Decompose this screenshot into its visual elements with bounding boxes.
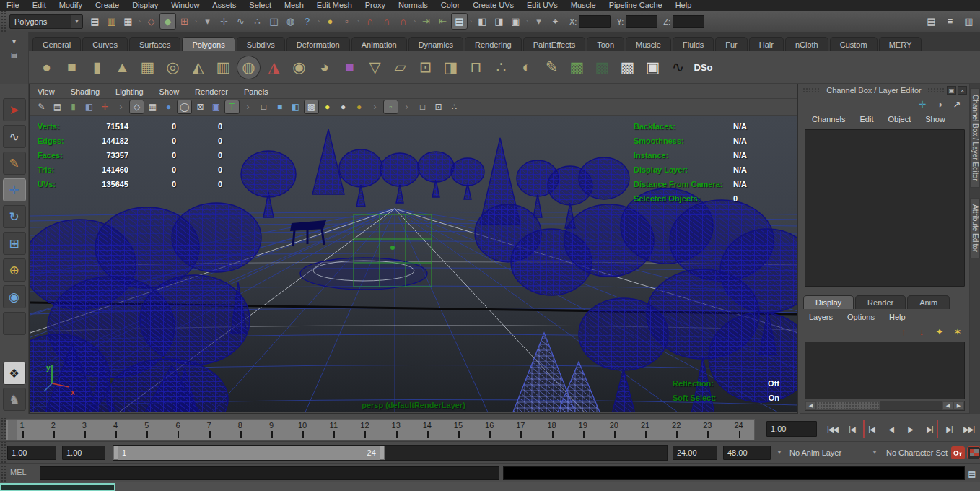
render-image-icon[interactable]: ▣ bbox=[641, 56, 665, 79]
shelf-tab[interactable]: General bbox=[32, 37, 81, 51]
timeline-frame[interactable]: 6 bbox=[162, 420, 193, 440]
menu-item[interactable]: Select bbox=[242, 0, 278, 11]
grease-pencil-icon[interactable]: ✎ bbox=[34, 100, 49, 114]
float-window-icon[interactable]: ▣ bbox=[947, 86, 956, 95]
timeline-frame[interactable]: 7 bbox=[193, 420, 224, 440]
timeline-frame[interactable]: 18 bbox=[536, 420, 567, 440]
select-component-icon[interactable]: ⊞ bbox=[176, 13, 193, 30]
scrollbar-track[interactable] bbox=[880, 401, 942, 410]
play-backwards-button[interactable]: ◀ bbox=[883, 420, 899, 438]
poly-cylinder-icon[interactable]: ▮ bbox=[85, 56, 109, 79]
separator-icon[interactable]: › bbox=[399, 100, 414, 114]
textured-icon[interactable]: ▣ bbox=[209, 100, 224, 114]
snap-together-magnet-icon[interactable]: ∩ bbox=[362, 13, 378, 30]
poly-bevel-icon[interactable]: ◨ bbox=[439, 56, 463, 79]
hud-toggle-icon[interactable]: T bbox=[224, 100, 240, 114]
shelf-tab[interactable]: Custom bbox=[830, 37, 878, 51]
layer-editor-tab[interactable]: Render bbox=[855, 295, 906, 309]
toggle-attribute-editor-icon[interactable]: ▤ bbox=[923, 13, 940, 30]
timeline-frame[interactable]: 1 bbox=[6, 420, 38, 440]
menu-item[interactable]: Pipeline Cache bbox=[603, 0, 669, 11]
timeline-frame[interactable]: 17 bbox=[505, 420, 536, 440]
new-empty-layer-icon[interactable]: ✦ bbox=[932, 325, 947, 339]
timeline-frame[interactable]: 3 bbox=[69, 420, 100, 440]
animation-end-field[interactable]: 48.00 bbox=[723, 446, 771, 460]
step-back-key-button[interactable]: |◀ bbox=[863, 420, 880, 438]
vertex-color-paint-icon[interactable]: ▩ bbox=[565, 56, 589, 79]
single-pane-icon[interactable]: □ bbox=[415, 100, 430, 114]
shaded-cube-icon[interactable]: ■ bbox=[272, 100, 287, 114]
shelf-tab[interactable]: Curves bbox=[82, 37, 128, 51]
timeline-frame[interactable]: 14 bbox=[411, 420, 442, 440]
flat-light-icon[interactable]: ● bbox=[336, 100, 351, 114]
paint-select-tool[interactable]: ✎ bbox=[3, 152, 26, 175]
highlight-ball-icon[interactable]: ◯ bbox=[177, 100, 192, 114]
ipr-render-icon[interactable]: ◨ bbox=[491, 13, 507, 30]
drag-grip[interactable] bbox=[0, 464, 6, 482]
transform-menu-icon[interactable]: ▾ bbox=[530, 13, 547, 30]
outputs-from-selected-icon[interactable]: ⇤ bbox=[434, 13, 451, 30]
viewport-canvas[interactable]: Verts: 71514 0 0 Edges: 144182 0 0 Faces… bbox=[30, 116, 797, 412]
titlebar-grip[interactable] bbox=[927, 87, 945, 93]
menu-item[interactable]: Display bbox=[126, 0, 165, 11]
range-slider-track[interactable]: 1 24 bbox=[113, 445, 668, 461]
soft-modification-tool[interactable]: ◉ bbox=[3, 285, 26, 308]
shelf-menu-chevron-icon[interactable]: ▾ bbox=[8, 35, 21, 47]
subdiv-proxy-icon[interactable]: ■ bbox=[338, 56, 362, 79]
poly-plane-icon[interactable]: ▦ bbox=[136, 56, 159, 79]
default-light-icon[interactable]: ● bbox=[320, 100, 335, 114]
save-scene-icon[interactable]: ▦ bbox=[120, 13, 136, 30]
set-key-icon[interactable] bbox=[951, 446, 965, 459]
select-object-icon[interactable]: ◆ bbox=[159, 13, 176, 30]
shelf-tab[interactable]: nCloth bbox=[785, 37, 828, 51]
separator-icon[interactable]: › bbox=[411, 13, 418, 30]
snap-to-grids-icon[interactable]: ⊹ bbox=[216, 13, 232, 30]
toggle-channel-box-icon[interactable]: ▥ bbox=[961, 13, 977, 30]
xray-icon[interactable]: ⊠ bbox=[193, 100, 208, 114]
playback-start-field[interactable]: 1.00 bbox=[62, 446, 105, 460]
character-set-selector[interactable]: No Character Set bbox=[886, 446, 948, 460]
layer-editor-tab[interactable]: Display bbox=[803, 295, 854, 309]
layer-editor-menu-item[interactable]: Options bbox=[840, 313, 882, 321]
shelf-tab[interactable]: Hair bbox=[749, 37, 784, 51]
sidebar-vertical-tab[interactable]: Attribute Editor bbox=[970, 198, 980, 258]
lasso-tool[interactable]: ∿ bbox=[3, 125, 26, 148]
open-scene-icon[interactable]: ▥ bbox=[103, 13, 120, 30]
timeline-frame[interactable]: 19 bbox=[567, 420, 598, 440]
snap-to-points-icon[interactable]: ∴ bbox=[249, 13, 266, 30]
separator-icon[interactable]: › bbox=[355, 13, 362, 30]
layer-editor-menu-item[interactable]: Layers bbox=[802, 313, 840, 321]
poly-platonic-icon[interactable]: ◍ bbox=[237, 56, 261, 79]
time-slider[interactable]: 123456789101112131415161718192021222324 bbox=[6, 419, 755, 440]
separator-icon[interactable]: › bbox=[468, 13, 474, 30]
separator-icon[interactable]: › bbox=[136, 13, 143, 30]
menu-item[interactable]: Edit Mesh bbox=[310, 0, 359, 11]
specular-light-icon[interactable]: ● bbox=[351, 100, 367, 114]
snap-align-magnet-icon[interactable]: ∩ bbox=[378, 13, 395, 30]
channel-box-menu-item[interactable]: Object bbox=[880, 115, 918, 123]
multi-pane-icon[interactable]: ⊡ bbox=[431, 100, 446, 114]
timeline-frame[interactable]: 2 bbox=[38, 420, 69, 440]
shelf-tab-toggle-icon[interactable]: ▤ bbox=[8, 49, 21, 61]
saved-layout-button[interactable]: ♞ bbox=[3, 388, 26, 411]
timeline-frame[interactable]: 22 bbox=[661, 420, 692, 440]
scale-tool[interactable]: ⊞ bbox=[3, 232, 26, 255]
sidebar-vertical-tab[interactable]: Channel Box / Layer Editor bbox=[970, 88, 980, 188]
layer-scrollbar[interactable]: ◀ ◀ ▶ bbox=[805, 401, 965, 411]
mery-signature-icon[interactable]: ∿ bbox=[666, 56, 690, 79]
timeline-frame[interactable]: 12 bbox=[349, 420, 380, 440]
channel-box-menu-item[interactable]: Show bbox=[918, 115, 953, 123]
select-hierarchy-icon[interactable]: ◇ bbox=[143, 13, 159, 30]
inputs-to-selected-icon[interactable]: ⇥ bbox=[418, 13, 434, 30]
append-polygon-icon[interactable]: ▱ bbox=[388, 56, 412, 79]
channel-box-titlebar[interactable]: Channel Box / Layer Editor ▣ × bbox=[800, 84, 969, 96]
anim-layer-selector[interactable]: No Anim Layer bbox=[789, 446, 841, 460]
use-all-lights-icon[interactable]: ▩ bbox=[304, 100, 319, 114]
absolute-transform-icon[interactable]: ⌖ bbox=[547, 13, 564, 30]
menu-item[interactable]: Create UVs bbox=[466, 0, 520, 11]
menu-item[interactable]: Help bbox=[669, 0, 699, 11]
timeline-frame[interactable]: 10 bbox=[287, 420, 318, 440]
manipulator-display-icon[interactable]: ✛ bbox=[916, 97, 929, 110]
shelf-tab[interactable]: PaintEffects bbox=[523, 37, 586, 51]
viewport-menu-item[interactable]: View bbox=[30, 87, 63, 96]
